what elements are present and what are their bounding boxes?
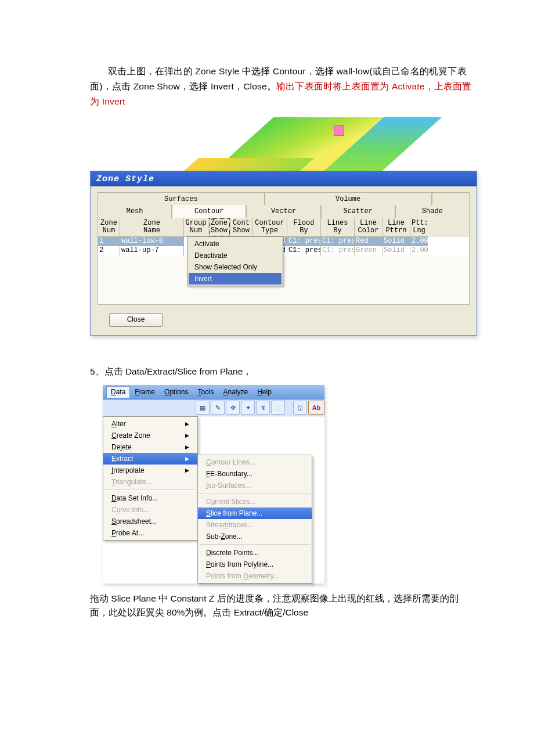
sm-discrete-points[interactable]: Discrete Points... [198,547,312,559]
table-row[interactable]: 2 wall-up-7 od C1: pres C1: pres Green S… [98,246,469,255]
toolbar-icon[interactable]: ◌ [271,401,285,415]
tab-blank[interactable] [432,192,470,205]
toolbar-ab-button[interactable]: Ab [308,401,324,415]
dd-delete[interactable]: Delete▶ [103,441,197,453]
ctx-deactivate[interactable]: Deactivate [189,250,282,261]
dd-create-zone[interactable]: Create Zone▶ [103,430,197,441]
grid-header: Zone Num Zone Name Group Num Zone Show C… [98,218,469,237]
toolbar: ▦ ✎ ✥ ✦ ↯ ◌ ⍰ Ab [103,399,324,416]
tab-mesh[interactable]: Mesh [98,205,172,218]
ctx-show-selected-only[interactable]: Show Selected Only [189,261,282,273]
dd-interpolate[interactable]: Interpolate▶ [103,465,197,476]
tab-surfaces[interactable]: Surfaces [98,192,265,205]
sm-fe-boundary[interactable]: FE-Boundary... [198,468,312,480]
sm-sub-zone[interactable]: Sub-Zone... [198,531,312,542]
zone-show-context-menu: Activate Deactivate Show Selected Only I… [187,236,283,286]
dd-curve-info[interactable]: Curve Info... [103,504,197,516]
close-button[interactable]: Close [109,313,163,327]
tab-scatter[interactable]: Scatter [321,205,395,218]
data-dropdown: Alter▶ Create Zone▶ Delete▶ Extract▶ Int… [103,416,198,541]
marker-square [334,125,344,136]
dd-probe-at[interactable]: Probe At... [103,527,197,539]
ctx-invert[interactable]: Invert [189,273,282,285]
menubar: Data Frame Options Tools Analyze Help [103,385,324,399]
zone-style-titlebar: Zone Style [91,171,477,186]
sm-current-slices[interactable]: Current Slices... [198,496,312,507]
tab-vector[interactable]: Vector [246,205,320,218]
extract-submenu: Contour Lines... FE-Boundary... Iso-Surf… [197,455,312,584]
tab-contour[interactable]: Contour [172,205,246,218]
col-zone-show[interactable]: Zone Show [208,218,230,237]
dd-data-set-info[interactable]: Data Set Info... [103,492,197,504]
toolbar-icon[interactable]: ↯ [256,401,270,415]
toolbar-icon[interactable]: ✥ [226,401,240,415]
tab-shade[interactable]: Shade [395,205,470,218]
menu-data[interactable]: Data [106,386,130,398]
sm-points-polyline[interactable]: Points from Polyline... [198,559,312,570]
menu-analyze[interactable]: Analyze [218,386,252,398]
sm-iso-surfaces[interactable]: Iso-Surfaces... [198,480,312,491]
toolbar-icon[interactable]: ▦ [196,401,210,415]
dd-triangulate[interactable]: Triangulate... [103,476,197,488]
toolbar-icon-help[interactable]: ⍰ [293,401,307,415]
tab-volume[interactable]: Volume [265,192,432,205]
menu-options[interactable]: Options [160,386,193,398]
menu-frame[interactable]: Frame [130,386,160,398]
table-row[interactable]: 1 wall-low-8 d C1: pres C1: pres Red Sol… [98,237,469,246]
dd-spreadsheet[interactable]: Spreadsheet... [103,516,197,527]
sm-streamtraces[interactable]: Streamtraces... [198,519,312,531]
toolbar-icon[interactable]: ✦ [241,401,255,415]
data-menu-screenshot: Data Frame Options Tools Analyze Help ▦ … [103,385,324,584]
para2-text: 拖动 Slice Plane 中 Constant Z 后的进度条，注意观察图像… [90,593,459,617]
step5-text: 5、点击 Data/Extract/Slice from Plane， [90,366,476,378]
sm-slice-from-plane[interactable]: Slice from Plane... [198,507,312,519]
contour-preview [90,117,476,171]
ctx-activate[interactable]: Activate [189,238,282,250]
sm-contour-lines[interactable]: Contour Lines... [198,456,312,468]
dd-extract[interactable]: Extract▶ [103,453,197,465]
dd-alter[interactable]: Alter▶ [103,418,197,430]
para2: 拖动 Slice Plane 中 Constant Z 后的进度条，注意观察图像… [90,592,476,620]
intro-paragraph: 双击上图，在弹出的 Zone Style 中选择 Contour，选择 wall… [90,64,476,109]
menu-help[interactable]: Help [252,386,276,398]
toolbar-icon[interactable]: ✎ [211,401,225,415]
sm-points-geometry[interactable]: Points from Geometry... [198,570,312,582]
menu-tools[interactable]: Tools [193,386,218,398]
zone-style-dialog: Zone Style Surfaces Volume Mesh Contour … [90,171,477,336]
